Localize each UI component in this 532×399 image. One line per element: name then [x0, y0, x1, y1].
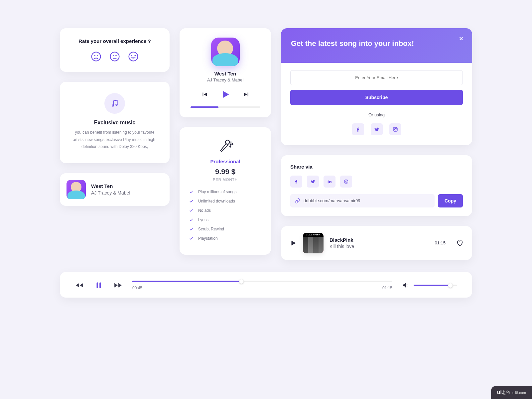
mini-track-title: West Ten	[91, 183, 130, 189]
subscribe-header: Get the latest song into your inbox!	[281, 28, 472, 63]
pricing-card: Professional 9.99 $ PER MONTH Play milli…	[180, 127, 271, 255]
next-icon[interactable]	[243, 91, 250, 98]
play-icon[interactable]	[220, 89, 231, 100]
svg-point-14	[394, 128, 396, 130]
check-icon	[189, 217, 194, 222]
exclusive-desc: you can benefit from listening to your f…	[69, 129, 160, 151]
svg-point-2	[97, 56, 97, 56]
pricing-period: PER MONTH	[189, 178, 262, 182]
prev-icon[interactable]	[201, 91, 208, 98]
pricing-feature: Unlimited downloads	[189, 199, 262, 203]
track-art: BLACKPINK	[303, 233, 324, 253]
player-controls	[188, 89, 263, 100]
pricing-plan: Professional	[189, 159, 262, 164]
link-icon	[295, 198, 300, 203]
svg-point-0	[92, 52, 101, 61]
rewind-icon[interactable]	[75, 281, 84, 290]
svg-point-8	[112, 105, 113, 106]
exclusive-card: Exclusive music you can benefit from lis…	[60, 82, 170, 163]
share-title: Share via	[290, 164, 463, 170]
copy-button[interactable]: Copy	[438, 194, 463, 207]
rating-card: Rate your overall experience ?	[60, 28, 170, 72]
player-card: West Ten AJ Tracey & Mabel	[180, 28, 271, 117]
share-instagram-icon[interactable]	[340, 176, 352, 188]
player-title: West Ten	[188, 71, 263, 76]
pricing-amount: 9.99 $	[189, 168, 262, 176]
pricing-feature: Playstation	[189, 236, 262, 241]
svg-point-20	[347, 180, 347, 181]
face-sad-icon[interactable]	[91, 51, 101, 62]
mini-track-artist: AJ Tracey & Mabel	[91, 190, 130, 196]
svg-point-19	[345, 181, 347, 183]
rating-title: Rate your overall experience ?	[68, 38, 162, 44]
face-neutral-icon[interactable]	[109, 51, 120, 62]
mini-track-art	[66, 180, 86, 199]
facebook-icon[interactable]	[352, 123, 364, 135]
check-icon	[189, 236, 194, 241]
svg-rect-22	[99, 283, 101, 288]
heart-icon[interactable]	[456, 239, 464, 247]
svg-point-7	[129, 52, 138, 61]
player-artist: AJ Tracey & Mabel	[188, 77, 263, 82]
subscribe-heading: Get the latest song into your inbox!	[291, 38, 462, 49]
mini-track-info: West Ten AJ Tracey & Mabel	[91, 183, 130, 196]
pricing-feature: Lyrics	[189, 217, 262, 222]
rating-faces	[68, 51, 162, 62]
volume-slider[interactable]	[414, 285, 457, 286]
svg-point-4	[113, 56, 113, 56]
track-duration: 01:15	[435, 240, 446, 245]
check-icon	[189, 199, 194, 203]
subscribe-card: Get the latest song into your inbox! Sub…	[281, 28, 472, 145]
pricing-feature: No ads	[189, 208, 262, 213]
subscribe-button[interactable]: Subscribe	[290, 90, 463, 105]
check-icon	[189, 190, 194, 194]
svg-point-3	[110, 52, 119, 61]
forward-icon[interactable]	[114, 281, 122, 290]
exclusive-title: Exclusive music	[69, 120, 160, 126]
check-icon	[189, 227, 194, 231]
email-input[interactable]	[290, 70, 463, 85]
svg-point-17	[328, 180, 329, 181]
twitter-icon[interactable]	[371, 123, 383, 135]
share-facebook-icon[interactable]	[290, 176, 302, 188]
pricing-feature: Scrub, Rewind	[189, 227, 262, 231]
svg-point-1	[94, 56, 95, 56]
svg-point-9	[116, 104, 117, 105]
volume-icon[interactable]	[402, 282, 409, 289]
share-twitter-icon[interactable]	[307, 176, 319, 188]
or-text: Or using	[290, 112, 463, 117]
bar-elapsed: 00:45	[132, 286, 142, 290]
share-url: dribbble.com/marwansamir99	[304, 198, 360, 203]
share-linkedin-icon[interactable]	[324, 176, 335, 188]
track-play-icon[interactable]	[290, 239, 297, 247]
mini-track-card[interactable]: West Ten AJ Tracey & Mabel	[60, 173, 170, 206]
pricing-feature: Play millions of songs	[189, 190, 262, 194]
playback-bar: 00:45 01:15	[60, 272, 472, 298]
track-row: BLACKPINK BlackPink Kill this love 01:15	[281, 226, 472, 260]
player-art	[211, 38, 240, 66]
svg-point-12	[232, 144, 233, 145]
share-card: Share via dribbble.com/marwansamir99 Cop…	[281, 155, 472, 216]
watermark: ui老爷 uii8.com	[491, 386, 532, 399]
track-title: BlackPink	[330, 237, 429, 243]
share-link-box: dribbble.com/marwansamir99	[290, 194, 435, 207]
bar-total: 01:15	[382, 286, 392, 290]
svg-rect-16	[328, 181, 329, 183]
svg-rect-21	[97, 283, 98, 288]
mic-icon	[189, 138, 262, 156]
player-progress[interactable]	[191, 106, 260, 108]
pause-icon[interactable]	[94, 281, 103, 290]
svg-point-5	[116, 56, 116, 56]
face-happy-icon[interactable]	[128, 51, 139, 62]
check-icon	[189, 208, 194, 213]
svg-point-11	[230, 146, 231, 147]
close-icon[interactable]	[458, 36, 464, 43]
bar-progress[interactable]	[132, 281, 392, 282]
track-song: Kill this love	[330, 244, 429, 249]
instagram-icon[interactable]	[389, 123, 401, 135]
music-note-icon	[104, 93, 125, 114]
svg-point-15	[396, 128, 397, 128]
